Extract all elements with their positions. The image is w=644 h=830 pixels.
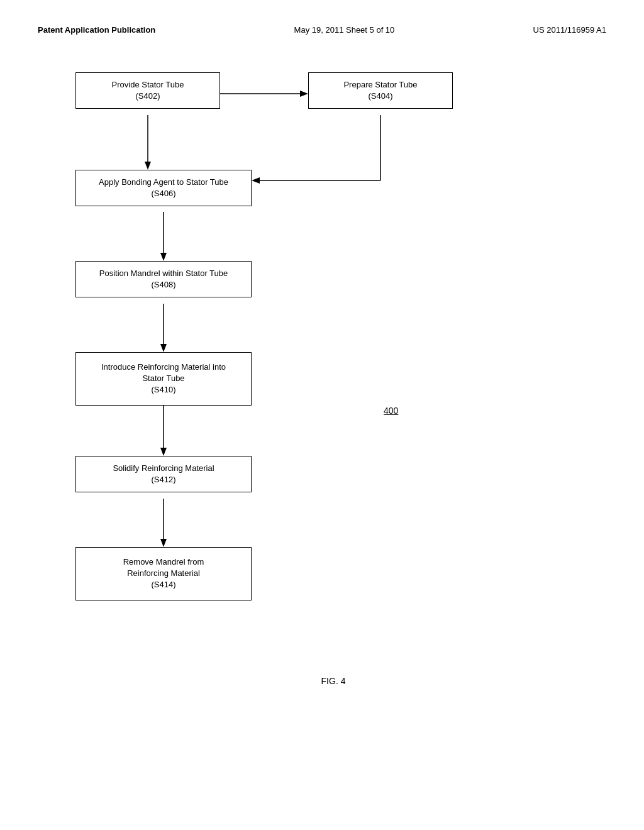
box-s408-code: (S408) <box>85 279 242 290</box>
svg-marker-8 <box>160 253 167 261</box>
header-center: May 19, 2011 Sheet 5 of 10 <box>294 25 395 35</box>
svg-marker-14 <box>160 539 167 547</box>
box-s404: Prepare Stator Tube (S404) <box>308 72 453 109</box>
flowchart: Provide Stator Tube (S402) Prepare Stato… <box>75 72 591 651</box>
box-s406-label: Apply Bonding Agent to Stator Tube <box>85 177 242 188</box>
diagram-area: Provide Stator Tube (S402) Prepare Stato… <box>75 72 606 686</box>
svg-marker-6 <box>252 177 260 184</box>
box-s414: Remove Mandrel fromReinforcing Material … <box>75 547 252 600</box>
header-left: Patent Application Publication <box>38 25 155 35</box>
box-s414-label: Remove Mandrel fromReinforcing Material <box>85 556 242 579</box>
box-s404-label: Prepare Stator Tube <box>318 79 443 91</box>
box-s402-label: Provide Stator Tube <box>85 79 211 91</box>
box-s408-label: Position Mandrel within Stator Tube <box>85 268 242 279</box>
box-s408: Position Mandrel within Stator Tube (S40… <box>75 261 252 297</box>
box-s402: Provide Stator Tube (S402) <box>75 72 220 109</box>
box-s410-code: (S410) <box>85 384 242 396</box>
box-s404-code: (S404) <box>318 91 443 102</box>
header-right: US 2011/116959 A1 <box>533 25 606 35</box>
svg-marker-10 <box>160 344 167 352</box>
page-header: Patent Application Publication May 19, 2… <box>38 25 606 35</box>
box-s412-label: Solidify Reinforcing Material <box>85 463 242 474</box>
fig-label: FIG. 4 <box>75 676 591 686</box>
svg-marker-3 <box>300 91 308 97</box>
svg-marker-12 <box>160 448 167 456</box>
box-s414-code: (S414) <box>85 579 242 590</box>
box-s406-code: (S406) <box>85 188 242 199</box>
box-s412: Solidify Reinforcing Material (S412) <box>75 456 252 492</box>
box-s406: Apply Bonding Agent to Stator Tube (S406… <box>75 170 252 206</box>
box-s410-label: Introduce Reinforcing Material intoStato… <box>85 362 242 384</box>
box-s402-code: (S402) <box>85 91 211 102</box>
box-s410: Introduce Reinforcing Material intoStato… <box>75 352 252 406</box>
svg-marker-1 <box>145 162 151 170</box>
box-s412-code: (S412) <box>85 474 242 485</box>
ref-400: 400 <box>384 406 398 416</box>
page: Patent Application Publication May 19, 2… <box>0 0 644 830</box>
